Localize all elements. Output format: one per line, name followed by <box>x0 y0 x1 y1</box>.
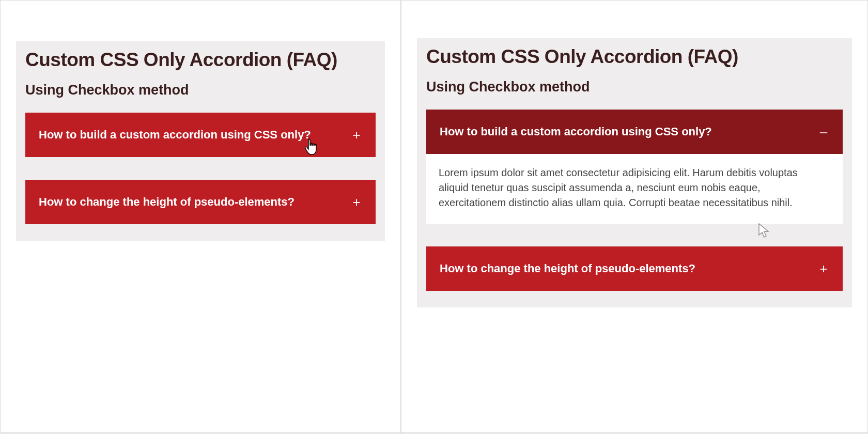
card-title: Custom CSS Only Accordion (FAQ) <box>25 49 376 71</box>
accordion-item: How to change the height of pseudo-eleme… <box>426 246 843 291</box>
accordion-card: Custom CSS Only Accordion (FAQ) Using Ch… <box>16 41 385 241</box>
accordion-question: How to change the height of pseudo-eleme… <box>39 195 295 209</box>
card-subtitle: Using Checkbox method <box>426 79 843 95</box>
accordion-header[interactable]: How to change the height of pseudo-eleme… <box>25 180 376 224</box>
demo-pane-expanded: Custom CSS Only Accordion (FAQ) Using Ch… <box>401 0 868 433</box>
card-subtitle: Using Checkbox method <box>25 82 376 98</box>
accordion-item: How to change the height of pseudo-eleme… <box>25 180 376 224</box>
accordion-header[interactable]: How to change the height of pseudo-eleme… <box>426 246 843 291</box>
minus-icon: – <box>818 125 829 138</box>
plus-icon: + <box>818 262 829 275</box>
accordion-card: Custom CSS Only Accordion (FAQ) Using Ch… <box>417 38 852 307</box>
card-title: Custom CSS Only Accordion (FAQ) <box>426 46 843 68</box>
plus-icon: + <box>351 128 362 142</box>
accordion-header[interactable]: How to build a custom accordion using CS… <box>25 113 376 157</box>
accordion-question: How to change the height of pseudo-eleme… <box>440 262 695 275</box>
plus-icon: + <box>351 195 362 209</box>
accordion-question: How to build a custom accordion using CS… <box>440 125 712 138</box>
accordion-item: How to build a custom accordion using CS… <box>426 110 843 224</box>
accordion-header[interactable]: How to build a custom accordion using CS… <box>426 110 843 154</box>
accordion-item: How to build a custom accordion using CS… <box>25 113 376 157</box>
accordion-body: Lorem ipsum dolor sit amet consectetur a… <box>426 154 843 224</box>
accordion-question: How to build a custom accordion using CS… <box>39 128 311 142</box>
demo-pane-collapsed: Custom CSS Only Accordion (FAQ) Using Ch… <box>0 0 401 433</box>
